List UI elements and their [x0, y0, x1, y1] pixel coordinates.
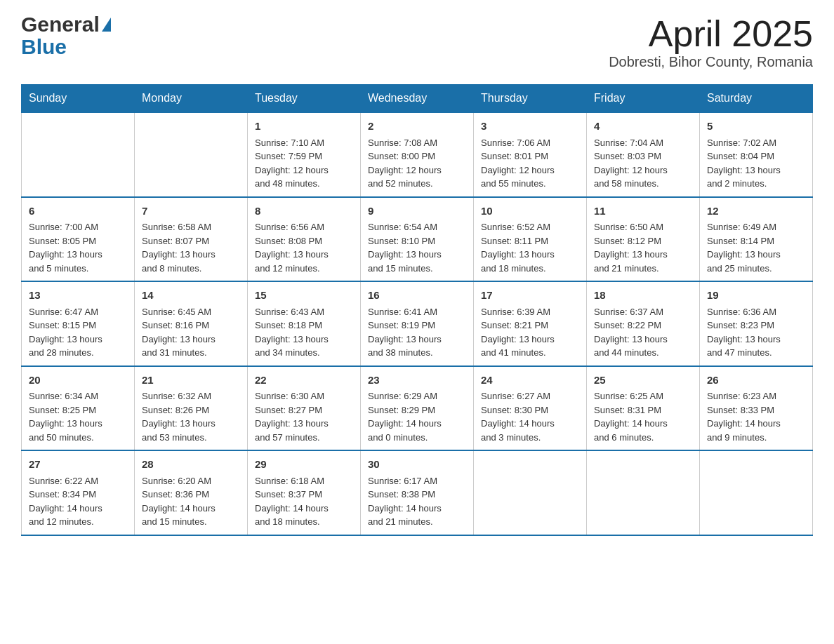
day-detail: Daylight: 14 hours — [707, 417, 805, 431]
day-detail: Sunrise: 7:00 AM — [29, 220, 127, 234]
calendar-cell: 18Sunrise: 6:37 AMSunset: 8:22 PMDayligh… — [587, 281, 700, 366]
day-detail: Sunset: 8:04 PM — [707, 149, 805, 163]
day-number: 5 — [707, 119, 805, 135]
calendar-cell: 23Sunrise: 6:29 AMSunset: 8:29 PMDayligh… — [361, 366, 474, 451]
logo-general: General — [21, 14, 100, 35]
day-detail: Sunrise: 6:32 AM — [142, 389, 240, 403]
day-number: 24 — [481, 373, 579, 389]
day-detail: Daylight: 13 hours — [481, 333, 579, 347]
day-detail: Sunrise: 6:27 AM — [481, 389, 579, 403]
day-number: 21 — [142, 373, 240, 389]
day-detail: Sunrise: 6:20 AM — [142, 474, 240, 488]
calendar-cell: 9Sunrise: 6:54 AMSunset: 8:10 PMDaylight… — [361, 197, 474, 282]
day-number: 14 — [142, 288, 240, 304]
day-number: 10 — [481, 203, 579, 220]
day-number: 22 — [255, 373, 353, 389]
calendar-cell: 29Sunrise: 6:18 AMSunset: 8:37 PMDayligh… — [248, 450, 361, 535]
day-detail: and 25 minutes. — [707, 262, 805, 276]
day-detail: Sunset: 8:37 PM — [255, 488, 353, 502]
day-number: 20 — [29, 373, 127, 389]
calendar-table: SundayMondayTuesdayWednesdayThursdayFrid… — [21, 84, 813, 536]
day-detail: Sunrise: 6:58 AM — [142, 220, 240, 234]
day-detail: Sunrise: 6:37 AM — [594, 305, 692, 319]
day-detail: Sunset: 8:14 PM — [707, 234, 805, 248]
day-number: 17 — [481, 288, 579, 304]
day-number: 25 — [594, 373, 692, 389]
day-detail: Daylight: 13 hours — [29, 333, 127, 347]
calendar-cell: 4Sunrise: 7:04 AMSunset: 8:03 PMDaylight… — [587, 112, 700, 197]
day-detail: Daylight: 14 hours — [255, 502, 353, 516]
calendar-cell: 11Sunrise: 6:50 AMSunset: 8:12 PMDayligh… — [587, 197, 700, 282]
day-detail: and 15 minutes. — [368, 262, 466, 276]
day-detail: Daylight: 12 hours — [255, 163, 353, 177]
day-detail: Daylight: 13 hours — [255, 417, 353, 431]
day-number: 8 — [255, 203, 353, 220]
day-detail: Daylight: 13 hours — [594, 248, 692, 262]
calendar-cell: 22Sunrise: 6:30 AMSunset: 8:27 PMDayligh… — [248, 366, 361, 451]
day-number: 4 — [594, 119, 692, 135]
day-number: 2 — [368, 119, 466, 135]
calendar-cell: 5Sunrise: 7:02 AMSunset: 8:04 PMDaylight… — [700, 112, 813, 197]
calendar-cell: 21Sunrise: 6:32 AMSunset: 8:26 PMDayligh… — [135, 366, 248, 451]
day-detail: Sunrise: 6:43 AM — [255, 305, 353, 319]
day-detail: Daylight: 13 hours — [707, 333, 805, 347]
calendar-cell — [700, 450, 813, 535]
day-detail: Sunset: 8:21 PM — [481, 318, 579, 333]
header-sunday: Sunday — [22, 85, 135, 113]
day-detail: Sunrise: 6:50 AM — [594, 220, 692, 234]
day-detail: Sunset: 8:34 PM — [29, 488, 127, 502]
calendar-week-row: 20Sunrise: 6:34 AMSunset: 8:25 PMDayligh… — [22, 366, 813, 451]
header-thursday: Thursday — [474, 85, 587, 113]
day-detail: and 21 minutes. — [368, 515, 466, 529]
calendar-cell: 25Sunrise: 6:25 AMSunset: 8:31 PMDayligh… — [587, 366, 700, 451]
calendar-cell: 20Sunrise: 6:34 AMSunset: 8:25 PMDayligh… — [22, 366, 135, 451]
day-detail: Sunrise: 6:39 AM — [481, 305, 579, 319]
day-detail: and 58 minutes. — [594, 177, 692, 191]
day-detail: and 0 minutes. — [368, 431, 466, 445]
day-detail: and 21 minutes. — [594, 262, 692, 276]
day-detail: Sunset: 8:23 PM — [707, 318, 805, 333]
day-detail: and 28 minutes. — [29, 346, 127, 360]
day-detail: and 12 minutes. — [255, 262, 353, 276]
day-detail: Sunrise: 6:18 AM — [255, 474, 353, 488]
day-detail: Daylight: 14 hours — [368, 417, 466, 431]
day-number: 16 — [368, 288, 466, 304]
calendar-cell: 8Sunrise: 6:56 AMSunset: 8:08 PMDaylight… — [248, 197, 361, 282]
header-monday: Monday — [135, 85, 248, 113]
calendar-cell: 14Sunrise: 6:45 AMSunset: 8:16 PMDayligh… — [135, 281, 248, 366]
day-detail: Daylight: 14 hours — [142, 502, 240, 516]
calendar-cell: 30Sunrise: 6:17 AMSunset: 8:38 PMDayligh… — [361, 450, 474, 535]
day-number: 19 — [707, 288, 805, 304]
day-detail: and 38 minutes. — [368, 346, 466, 360]
day-detail: Sunset: 8:15 PM — [29, 318, 127, 333]
day-detail: Daylight: 13 hours — [29, 417, 127, 431]
calendar-week-row: 1Sunrise: 7:10 AMSunset: 7:59 PMDaylight… — [22, 112, 813, 197]
day-detail: Sunset: 8:18 PM — [255, 318, 353, 333]
day-detail: Sunset: 8:33 PM — [707, 403, 805, 417]
calendar-cell — [587, 450, 700, 535]
day-detail: Daylight: 13 hours — [368, 333, 466, 347]
calendar-cell: 17Sunrise: 6:39 AMSunset: 8:21 PMDayligh… — [474, 281, 587, 366]
day-detail: Sunset: 8:29 PM — [368, 403, 466, 417]
day-detail: Sunrise: 6:54 AM — [368, 220, 466, 234]
day-detail: Daylight: 13 hours — [29, 248, 127, 262]
day-detail: and 18 minutes. — [255, 515, 353, 529]
day-number: 6 — [29, 203, 127, 220]
day-detail: Sunset: 8:03 PM — [594, 149, 692, 163]
day-detail: and 41 minutes. — [481, 346, 579, 360]
calendar-week-row: 6Sunrise: 7:00 AMSunset: 8:05 PMDaylight… — [22, 197, 813, 282]
day-detail: Sunrise: 6:23 AM — [707, 389, 805, 403]
header-friday: Friday — [587, 85, 700, 113]
calendar-cell: 15Sunrise: 6:43 AMSunset: 8:18 PMDayligh… — [248, 281, 361, 366]
page-header: General Blue April 2025 Dobresti, Bihor … — [21, 14, 813, 70]
day-detail: Sunrise: 7:08 AM — [368, 136, 466, 150]
day-detail: Daylight: 14 hours — [368, 502, 466, 516]
day-detail: Sunset: 8:30 PM — [481, 403, 579, 417]
day-detail: Sunset: 8:22 PM — [594, 318, 692, 333]
day-detail: Sunrise: 6:34 AM — [29, 389, 127, 403]
day-detail: Sunrise: 6:41 AM — [368, 305, 466, 319]
calendar-cell: 1Sunrise: 7:10 AMSunset: 7:59 PMDaylight… — [248, 112, 361, 197]
day-detail: Sunset: 8:08 PM — [255, 234, 353, 248]
day-detail: Sunset: 8:31 PM — [594, 403, 692, 417]
day-number: 15 — [255, 288, 353, 304]
